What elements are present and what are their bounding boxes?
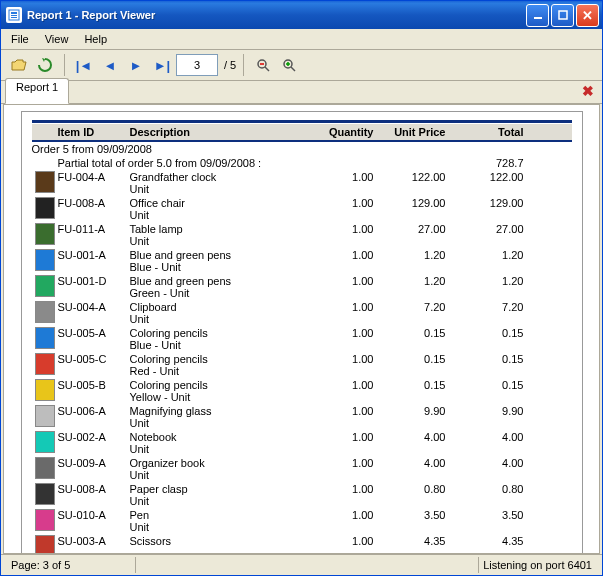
cell-item-id: FU-008-A — [58, 197, 130, 209]
cell-unit-price: 129.00 — [382, 197, 450, 209]
tabstrip: Report 1 ✖ — [1, 81, 602, 104]
cell-unit-price: 9.90 — [382, 405, 450, 417]
cell-unit-price: 27.00 — [382, 223, 450, 235]
cell-description: Scissors — [130, 535, 318, 547]
table-row: SU-005-BColoring pencilsYellow - Unit1.0… — [32, 378, 572, 404]
tab-close-icon[interactable]: ✖ — [580, 83, 596, 99]
item-thumbnail-icon — [35, 457, 55, 479]
order-heading: Order 5 from 09/09/2008 — [32, 142, 572, 156]
separator — [243, 54, 244, 76]
cell-item-id: SU-004-A — [58, 301, 130, 313]
cell-quantity: 1.00 — [318, 327, 382, 339]
cell-total: 3.50 — [450, 509, 524, 521]
cell-total: 1.20 — [450, 249, 524, 261]
page-number-input[interactable] — [176, 54, 218, 76]
table-row: SU-003-AScissors1.004.354.35 — [32, 534, 572, 553]
cell-unit-price: 3.50 — [382, 509, 450, 521]
cell-item-id: SU-005-A — [58, 327, 130, 339]
cell-item-id: SU-002-A — [58, 431, 130, 443]
next-page-button[interactable]: ► — [124, 53, 148, 77]
cell-unit-price: 4.35 — [382, 535, 450, 547]
table-row: FU-008-AOffice chairUnit1.00129.00129.00 — [32, 196, 572, 222]
cell-item-id: SU-006-A — [58, 405, 130, 417]
col-description: Description — [130, 126, 318, 138]
svg-line-7 — [265, 67, 269, 71]
last-page-button[interactable]: ►| — [150, 53, 174, 77]
table-row: FU-004-AGrandfather clockUnit1.00122.001… — [32, 170, 572, 196]
item-thumbnail-icon — [35, 249, 55, 271]
svg-rect-2 — [11, 15, 17, 16]
item-thumbnail-icon — [35, 509, 55, 531]
cell-unit-price: 4.00 — [382, 431, 450, 443]
refresh-button[interactable] — [33, 53, 57, 77]
item-thumbnail-icon — [35, 327, 55, 349]
cell-total: 7.20 — [450, 301, 524, 313]
col-unit-price: Unit Price — [382, 126, 450, 138]
cell-unit-price: 0.15 — [382, 327, 450, 339]
cell-quantity: 1.00 — [318, 353, 382, 365]
item-thumbnail-icon — [35, 379, 55, 401]
cell-total: 0.15 — [450, 379, 524, 391]
cell-total: 129.00 — [450, 197, 524, 209]
cell-description: Office chairUnit — [130, 197, 318, 221]
menu-view[interactable]: View — [37, 31, 77, 47]
cell-quantity: 1.00 — [318, 509, 382, 521]
cell-unit-price: 0.80 — [382, 483, 450, 495]
cell-item-id: SU-005-B — [58, 379, 130, 391]
table-row: SU-001-DBlue and green pensGreen - Unit1… — [32, 274, 572, 300]
separator — [64, 54, 65, 76]
maximize-button[interactable] — [551, 4, 574, 27]
first-page-button[interactable]: |◄ — [72, 53, 96, 77]
titlebar: Report 1 - Report Viewer ✕ — [1, 1, 602, 29]
app-icon — [6, 7, 22, 23]
window-title: Report 1 - Report Viewer — [27, 9, 526, 21]
report-viewport: Item ID Description Quantity Unit Price … — [3, 104, 600, 554]
svg-rect-3 — [11, 17, 17, 18]
zoom-out-button[interactable] — [251, 53, 275, 77]
cell-total: 4.35 — [450, 535, 524, 547]
page-total-label: / 5 — [224, 59, 236, 71]
close-button[interactable]: ✕ — [576, 4, 599, 27]
table-row: SU-004-AClipboardUnit1.007.207.20 — [32, 300, 572, 326]
cell-quantity: 1.00 — [318, 483, 382, 495]
tab-report1[interactable]: Report 1 — [5, 78, 69, 104]
cell-total: 1.20 — [450, 275, 524, 287]
scroll-area[interactable]: Item ID Description Quantity Unit Price … — [4, 105, 599, 553]
cell-item-id: SU-001-A — [58, 249, 130, 261]
cell-quantity: 1.00 — [318, 405, 382, 417]
partial-total-row: Partial total of order 5.0 from 09/09/20… — [32, 156, 572, 170]
cell-total: 0.15 — [450, 353, 524, 365]
cell-quantity: 1.00 — [318, 535, 382, 547]
cell-quantity: 1.00 — [318, 301, 382, 313]
statusbar: Page: 3 of 5 Listening on port 6401 — [1, 554, 602, 575]
menubar: File View Help — [1, 29, 602, 50]
cell-description: Blue and green pensGreen - Unit — [130, 275, 318, 299]
svg-rect-1 — [11, 12, 17, 14]
table-row: SU-009-AOrganizer bookUnit1.004.004.00 — [32, 456, 572, 482]
cell-unit-price: 4.00 — [382, 457, 450, 469]
minimize-button[interactable] — [526, 4, 549, 27]
table-row: SU-010-APenUnit1.003.503.50 — [32, 508, 572, 534]
cell-quantity: 1.00 — [318, 457, 382, 469]
item-thumbnail-icon — [35, 197, 55, 219]
partial-total-value: 728.7 — [450, 157, 524, 169]
prev-page-button[interactable]: ◄ — [98, 53, 122, 77]
cell-description: Grandfather clockUnit — [130, 171, 318, 195]
open-button[interactable] — [7, 53, 31, 77]
item-thumbnail-icon — [35, 431, 55, 453]
menu-file[interactable]: File — [3, 31, 37, 47]
cell-item-id: SU-003-A — [58, 535, 130, 547]
menu-help[interactable]: Help — [76, 31, 115, 47]
cell-total: 122.00 — [450, 171, 524, 183]
cell-description: Table lampUnit — [130, 223, 318, 247]
cell-item-id: FU-011-A — [58, 223, 130, 235]
item-thumbnail-icon — [35, 275, 55, 297]
status-page: Page: 3 of 5 — [7, 557, 136, 573]
svg-rect-4 — [534, 17, 542, 19]
zoom-in-button[interactable] — [277, 53, 301, 77]
table-row: SU-006-AMagnifying glassUnit1.009.909.90 — [32, 404, 572, 430]
cell-total: 27.00 — [450, 223, 524, 235]
header-rule — [32, 120, 572, 123]
cell-quantity: 1.00 — [318, 275, 382, 287]
col-quantity: Quantity — [318, 126, 382, 138]
